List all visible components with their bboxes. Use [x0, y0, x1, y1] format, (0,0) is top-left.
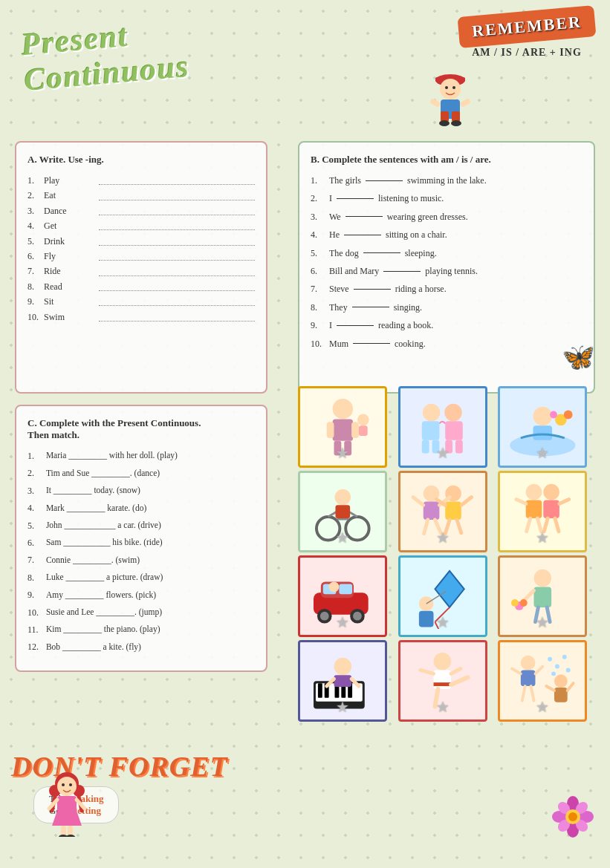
svg-line-120: [568, 683, 574, 691]
svg-rect-133: [68, 826, 73, 836]
list-item: 11. Kim _________ the piano. (play): [27, 622, 255, 637]
svg-point-29: [533, 406, 553, 425]
remember-section: REMEMBER AM / IS / ARE + ING: [458, 11, 595, 59]
svg-point-126: [57, 777, 77, 796]
svg-rect-67: [339, 584, 352, 594]
svg-line-110: [531, 686, 534, 701]
svg-marker-73: [435, 571, 464, 607]
svg-rect-23: [446, 421, 464, 440]
svg-line-53: [457, 520, 461, 533]
butterfly-icon: 🦋: [562, 342, 595, 373]
list-item: 4.Get: [27, 218, 255, 233]
svg-rect-6: [441, 111, 449, 122]
image-cell-1: ★: [298, 386, 387, 468]
list-item: 2.Eat: [27, 188, 255, 203]
svg-line-63: [555, 518, 559, 532]
svg-point-111: [548, 657, 552, 662]
list-item: 5. The dog sleeping.: [311, 246, 583, 261]
svg-point-84: [520, 599, 528, 607]
list-item: 5.Drink: [27, 234, 255, 249]
svg-point-33: [550, 411, 557, 418]
svg-line-109: [522, 686, 525, 701]
list-item: 1.Play: [27, 173, 255, 188]
svg-line-46: [413, 497, 424, 505]
svg-rect-8: [429, 98, 441, 108]
svg-point-115: [566, 668, 571, 672]
svg-rect-45: [446, 501, 462, 520]
image-cell-8: ★: [398, 555, 487, 637]
svg-point-18: [357, 414, 369, 425]
svg-rect-24: [422, 440, 429, 454]
svg-rect-15: [351, 422, 359, 438]
svg-point-20: [423, 404, 441, 422]
svg-point-94: [334, 658, 351, 676]
svg-line-59: [559, 499, 569, 503]
image-cell-3: ★: [498, 386, 587, 468]
section-a-list: 1.Play 2.Eat 3.Dance 4.Get 5.Drink 6.Fly…: [27, 173, 255, 324]
main-title: Present Continuous: [20, 3, 300, 98]
list-item: 9.Sit: [27, 294, 255, 309]
section-b: B. Complete the sentences with am / is /…: [298, 141, 595, 394]
image-cell-2: ★: [398, 386, 487, 468]
svg-line-107: [512, 668, 521, 673]
image-cell-12: ★: [498, 640, 587, 722]
svg-point-69: [320, 612, 329, 621]
svg-point-128: [69, 783, 72, 786]
svg-rect-27: [455, 440, 463, 454]
list-item: 8. They singing.: [311, 300, 583, 315]
section-b-header: B. Complete the sentences with am / is /…: [311, 154, 583, 166]
list-item: 4. Mark _________ karate. (do): [27, 500, 255, 515]
svg-rect-56: [526, 500, 542, 518]
svg-point-12: [332, 399, 352, 419]
svg-rect-132: [61, 826, 66, 836]
image-cell-7: ★: [298, 555, 387, 637]
svg-point-3: [445, 86, 448, 89]
title-section: Present Continuous: [15, 7, 297, 86]
svg-rect-118: [554, 688, 568, 702]
list-item: 2. I listening to music.: [311, 191, 583, 206]
svg-rect-9: [459, 98, 471, 108]
svg-rect-106: [521, 670, 536, 686]
svg-line-119: [546, 686, 554, 691]
svg-point-117: [554, 674, 568, 688]
svg-rect-80: [534, 587, 552, 607]
svg-line-103: [421, 670, 434, 673]
svg-point-32: [564, 410, 573, 419]
list-item: 10. Mum cooking.: [311, 336, 583, 351]
list-item: 2. Tim and Sue _________. (dance): [27, 466, 255, 480]
svg-rect-7: [452, 111, 460, 122]
svg-rect-44: [424, 501, 440, 520]
svg-rect-22: [422, 421, 440, 440]
svg-point-98: [434, 653, 452, 670]
svg-point-112: [555, 664, 559, 668]
girl-illustration: [45, 770, 89, 846]
svg-line-101: [451, 677, 468, 685]
svg-rect-100: [434, 682, 452, 686]
list-item: 5. John ____________ a car. (drive): [27, 518, 255, 533]
list-item: 1. Maria _________ with her doll. (play): [27, 448, 255, 463]
list-item: 7. Steve riding a horse.: [311, 281, 583, 296]
svg-line-108: [536, 666, 543, 673]
svg-point-54: [526, 484, 542, 500]
boy-illustration: [424, 67, 476, 134]
image-cell-11: ★: [398, 640, 487, 722]
svg-point-2: [440, 79, 461, 99]
svg-point-79: [534, 570, 552, 587]
svg-rect-19: [359, 425, 368, 436]
list-item: 4. He sitting on a chair.: [311, 227, 583, 242]
image-cell-5: ★: [398, 471, 487, 552]
list-item: 6. Sam ___________ his bike. (ride): [27, 535, 255, 550]
section-b-list: 1. The girls swimming in the lake. 2. I …: [311, 173, 583, 351]
list-item: 9. Amy _________ flowers. (pick): [27, 587, 255, 602]
svg-point-4: [452, 86, 455, 89]
image-cell-6: ★: [498, 471, 587, 552]
section-c: C. Complete with the Present Continuous.…: [15, 405, 267, 672]
images-section: ★ ★: [298, 386, 595, 722]
svg-point-114: [551, 671, 556, 676]
svg-point-83: [511, 599, 519, 607]
svg-rect-95: [334, 675, 351, 687]
svg-rect-57: [543, 500, 559, 518]
svg-point-105: [521, 656, 536, 670]
svg-line-50: [424, 520, 428, 534]
svg-point-145: [568, 812, 577, 821]
